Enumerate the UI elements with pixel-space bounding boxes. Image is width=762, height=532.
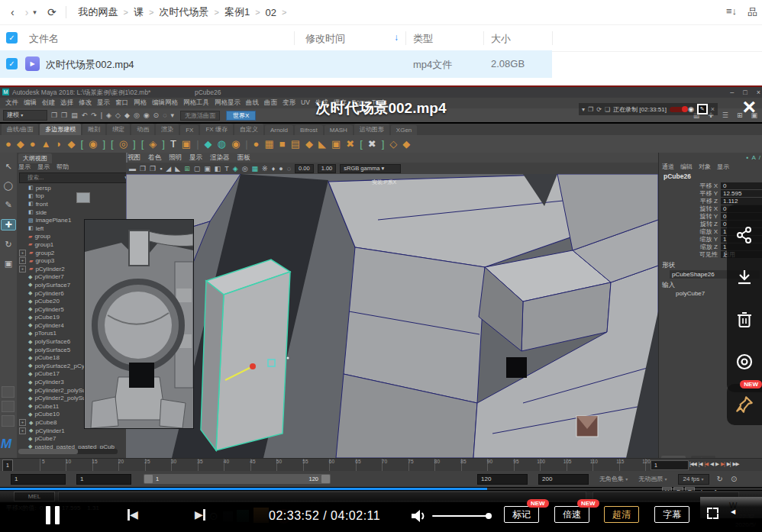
pause-button[interactable] bbox=[46, 506, 64, 527]
maya-window-button-0[interactable]: – bbox=[730, 89, 734, 96]
exposure-field[interactable]: 0.00 bbox=[295, 164, 314, 173]
outliner-search-input[interactable]: 搜索...▾ bbox=[19, 172, 127, 183]
anim-prefs-icon[interactable]: ⊙ bbox=[731, 475, 737, 483]
breadcrumb-item-4[interactable]: 02 bbox=[266, 7, 276, 18]
outliner-item[interactable]: ◧top bbox=[18, 192, 125, 201]
shelf-icon[interactable]: ◗ bbox=[57, 138, 63, 150]
back-icon[interactable]: ‹ bbox=[11, 6, 15, 18]
shelf-tab[interactable]: MASH bbox=[324, 125, 353, 135]
viewport-panel[interactable]: 视图着色照明显示渲染器面板 ▬❐❐▪◢◣⊞▢▣◧T◈◎▦※♦●◌0.001.00… bbox=[126, 153, 658, 458]
viewport-icon[interactable]: ※ bbox=[262, 165, 268, 172]
playback-button[interactable]: ◀ bbox=[710, 461, 713, 467]
column-header-type[interactable]: 类型 bbox=[413, 32, 433, 46]
channelbox-menu[interactable]: 对象 bbox=[699, 163, 711, 171]
breadcrumb-item-0[interactable]: 我的网盘 bbox=[79, 5, 118, 19]
viewport-menu[interactable]: 视图 bbox=[128, 153, 140, 163]
channelbox-top-icon[interactable]: ▪ bbox=[747, 154, 749, 161]
shelf-icon[interactable]: ◣ bbox=[318, 138, 326, 150]
shelf-icon[interactable]: [ bbox=[80, 138, 83, 150]
breadcrumb-item-3[interactable]: 案例1 bbox=[224, 5, 250, 19]
outliner-item[interactable]: ◧front bbox=[18, 200, 125, 208]
viewport-icon[interactable]: ◌ bbox=[287, 165, 291, 172]
shelf-icon[interactable]: ◆ bbox=[305, 138, 313, 150]
volume-slider[interactable] bbox=[432, 515, 489, 517]
outliner-menu[interactable]: 显示 bbox=[37, 163, 50, 171]
viewport-icon[interactable]: ▬ bbox=[129, 165, 136, 172]
playback-end-field[interactable]: 120 bbox=[477, 474, 528, 485]
viewport-icon[interactable]: ▦ bbox=[252, 165, 259, 172]
outliner-item[interactable]: ◧side bbox=[18, 208, 125, 217]
viewport-icon[interactable]: T bbox=[224, 165, 229, 172]
viewport-icon[interactable]: ❐ bbox=[140, 165, 146, 172]
viewport-icon[interactable]: ◧ bbox=[215, 165, 221, 172]
channel-attr-value[interactable]: 0 bbox=[721, 182, 762, 189]
fps-dropdown[interactable]: 24 fps ▾ bbox=[678, 474, 709, 485]
shelf-tab[interactable]: FX bbox=[180, 125, 199, 135]
tool-icon-0[interactable]: ↖ bbox=[2, 162, 15, 172]
current-frame-field[interactable]: 1 bbox=[651, 460, 689, 470]
shelf-icon[interactable]: ◍ bbox=[218, 138, 226, 150]
column-header-modified[interactable]: 修改时间 bbox=[305, 32, 345, 46]
video-player[interactable]: M Autodesk Maya 2018: L:\场景案例\案例1\02.mb*… bbox=[0, 85, 762, 532]
record-screen-icon[interactable] bbox=[735, 353, 754, 371]
playback-button[interactable]: |◀ bbox=[704, 461, 708, 467]
select-all-checkbox[interactable]: ✓ bbox=[6, 32, 18, 44]
shelf-icon[interactable]: ◆ bbox=[17, 138, 24, 150]
viewport-icon[interactable]: ◈ bbox=[233, 165, 238, 172]
texture-reference-panel[interactable] bbox=[84, 219, 194, 429]
shelf-icon[interactable]: ■ bbox=[279, 138, 286, 150]
breadcrumb-item-2[interactable]: 次时代场景 bbox=[159, 5, 208, 19]
outliner-scrollbar[interactable] bbox=[18, 449, 118, 454]
shelf-icon[interactable]: | bbox=[196, 138, 199, 150]
shelf-icon[interactable]: ◉ bbox=[231, 138, 240, 150]
pin-button[interactable] bbox=[727, 384, 762, 425]
shelf-tab[interactable]: 绑定 bbox=[107, 124, 130, 135]
anim-start-field[interactable]: 1 bbox=[11, 474, 66, 485]
shelf-tab[interactable]: Bifrost bbox=[295, 125, 323, 135]
row-checkbox[interactable]: ✓ bbox=[6, 58, 18, 69]
expand-icon[interactable]: + bbox=[19, 257, 26, 264]
shelf-icon[interactable]: ✖ bbox=[368, 138, 376, 150]
shelf-icon[interactable]: ◉ bbox=[89, 138, 97, 150]
anim-layer-dropdown[interactable]: 无动画层 ▾ bbox=[638, 475, 667, 483]
shelf-icon[interactable]: ● bbox=[253, 138, 260, 150]
shelf-icon[interactable]: T bbox=[170, 138, 176, 150]
shelf-icon[interactable]: ] bbox=[382, 138, 385, 150]
viewport-3d-scene[interactable] bbox=[126, 174, 658, 458]
channel-attr-value[interactable]: 12.595 bbox=[721, 190, 762, 197]
quality-button[interactable]: 超清 bbox=[604, 506, 639, 523]
subtitle-button[interactable]: 字幕 bbox=[654, 506, 689, 523]
gamma-dropdown[interactable]: sRGB gamma ▾ bbox=[340, 164, 401, 173]
share-icon[interactable] bbox=[735, 226, 754, 244]
shelf-icon[interactable]: ● bbox=[5, 138, 11, 150]
forward-icon[interactable]: › bbox=[25, 6, 29, 18]
expand-icon[interactable]: + bbox=[19, 427, 26, 434]
layout-four-button[interactable] bbox=[2, 401, 15, 412]
viewport-menu[interactable]: 渲染器 bbox=[210, 153, 230, 163]
tool-icon-5[interactable]: ▣ bbox=[2, 259, 15, 269]
playback-button[interactable]: ▶▶ bbox=[732, 461, 738, 467]
refresh-icon[interactable]: ⟳ bbox=[47, 6, 57, 18]
viewport-menu[interactable]: 着色 bbox=[148, 153, 161, 163]
trash-icon[interactable] bbox=[736, 311, 753, 329]
column-header-size[interactable]: 大小 bbox=[491, 32, 511, 46]
file-row[interactable]: ✓ ▶ 次时代场景002.mp4 mp4文件 2.08GB bbox=[0, 50, 552, 78]
channelbox-top-icon[interactable]: A bbox=[751, 154, 755, 161]
file-name[interactable]: 次时代场景002.mp4 bbox=[46, 58, 134, 72]
range-handle-end[interactable] bbox=[321, 475, 330, 483]
history-caret-icon[interactable]: ▾ bbox=[33, 8, 37, 16]
playback-button[interactable]: |◀◀ bbox=[689, 461, 696, 467]
outliner-menu[interactable]: 显示 bbox=[18, 163, 31, 171]
tool-icon-3[interactable]: ✚ bbox=[1, 219, 16, 231]
speed-button[interactable]: 倍速 bbox=[554, 506, 589, 523]
sort-order-icon[interactable]: ≡↓ bbox=[726, 5, 737, 19]
range-slider-track[interactable]: 1 120 bbox=[144, 474, 331, 484]
shelf-icon[interactable]: [ bbox=[111, 138, 114, 150]
loop-icon[interactable]: ↻ bbox=[717, 475, 723, 483]
shelf-icon[interactable]: | bbox=[245, 138, 247, 150]
exposure-field[interactable]: 1.00 bbox=[318, 164, 337, 173]
channel-attr-value[interactable]: 1.112 bbox=[721, 198, 762, 205]
anim-end-field[interactable]: 200 bbox=[538, 474, 589, 485]
tool-icon-2[interactable]: ✎ bbox=[2, 200, 15, 210]
playback-start-field[interactable]: 1 bbox=[76, 474, 131, 485]
